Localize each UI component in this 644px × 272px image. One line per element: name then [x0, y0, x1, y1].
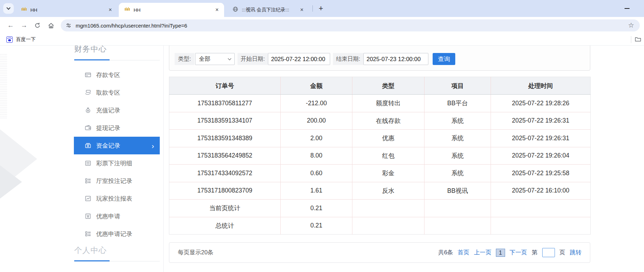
table-cell: 2025-07-22 19:26:04 [491, 147, 591, 165]
sidebar-item[interactable]: 彩票下注明细 [74, 154, 160, 172]
table-cell [425, 217, 491, 235]
bookmark-star-icon[interactable]: ☆ [628, 21, 634, 29]
jump-label-prefix: 第 [532, 249, 538, 256]
tab-search-button[interactable] [3, 3, 14, 14]
bookmarks-divider [631, 36, 631, 43]
browser-tab-2-active[interactable]: HH × [119, 3, 224, 17]
other-bookmarks-folder-icon[interactable] [635, 36, 641, 42]
sidebar-item[interactable]: 优惠申请 [74, 207, 160, 225]
type-select-value: 全部 [199, 55, 210, 63]
jump-button[interactable]: 跳转 [570, 249, 581, 256]
filter-row: 类型: 全部 开始日期: 结束日期: 查询 [175, 53, 455, 65]
table-cell [491, 200, 591, 217]
bookmark-baidu[interactable]: 百度一下 [4, 35, 39, 44]
column-header: 订单号 [169, 77, 281, 95]
jump-page-input[interactable] [542, 248, 555, 257]
sidebar-item[interactable]: 存款专区 [74, 66, 160, 84]
table-cell: 彩金 [352, 165, 425, 182]
sidebar-item-label: 优惠申请记录 [96, 230, 132, 238]
table-cell: 反水 [352, 182, 425, 200]
table-row: 17531835913483892.00优惠系统2025-07-22 19:26… [169, 130, 591, 147]
sidebar-item-label: 玩家投注报表 [96, 195, 132, 203]
back-button[interactable]: ← [5, 20, 16, 31]
reload-button[interactable] [32, 20, 43, 31]
section-accent-bar [74, 59, 110, 60]
table-cell [352, 217, 425, 235]
site-info-icon[interactable] [66, 23, 71, 28]
table-row: 17531743340925720.60彩金系统2025-07-22 19:25… [169, 165, 591, 182]
table-cell: 红包 [352, 147, 425, 165]
current-page-indicator[interactable]: 1 [496, 249, 505, 257]
sidebar-item[interactable]: 优惠申请记录 [74, 225, 160, 243]
grid-list-icon [85, 178, 91, 184]
table-row: 1753183591334107200.00在线存款系统2025-07-22 1… [169, 112, 591, 130]
tab-divider [312, 5, 313, 12]
end-date-input[interactable] [363, 53, 428, 65]
sidebar-item-label: 提现记录 [96, 124, 120, 132]
tab-title: HH [30, 7, 107, 13]
table-row: 当前页统计0.21 [169, 200, 591, 217]
first-page-link[interactable]: 首页 [458, 249, 469, 256]
chevron-right-icon: › [152, 142, 154, 149]
chevron-down-icon [6, 6, 10, 10]
sidebar-item[interactable]: 提现记录 [74, 119, 160, 137]
table-cell [491, 217, 591, 235]
sidebar-divider [163, 46, 164, 272]
tab-strip: HH × HH × :::视讯 会员下注纪录::: × + [0, 0, 644, 17]
browser-tab-3[interactable]: :::视讯 会员下注纪录::: × [227, 3, 309, 17]
address-bar[interactable]: mgm1065.com/hhcp/usercenter.html?iniType… [61, 19, 640, 31]
table-cell: 2025-07-22 19:25:58 [491, 165, 591, 182]
close-tab-icon[interactable]: × [213, 6, 221, 13]
table-cell: 2.00 [281, 130, 352, 147]
globe-favicon [233, 6, 238, 13]
column-header: 金额 [281, 77, 352, 95]
sidebar-item-label: 厅室投注记录 [96, 177, 132, 185]
end-date-label: 结束日期: [333, 53, 363, 65]
home-button[interactable] [45, 20, 57, 31]
start-date-label: 开始日期: [238, 53, 268, 65]
table-header-row: 订单号金额类型项目处理时间 [169, 77, 591, 95]
sidebar-item[interactable]: 充值记录 [74, 101, 160, 119]
type-select[interactable]: 全部 [195, 53, 235, 65]
close-tab-icon[interactable]: × [107, 6, 114, 13]
section-accent-bar [74, 260, 110, 261]
table-cell: 当前页统计 [169, 200, 281, 217]
chevron-down-icon [228, 57, 232, 60]
table-row: 17531835642498528.00红包系统2025-07-22 19:26… [169, 147, 591, 165]
sidebar-item[interactable]: 玩家投注报表 [74, 190, 160, 207]
table-cell: 2025-07-22 19:26:31 [491, 130, 591, 147]
column-header: 项目 [425, 77, 491, 95]
browser-tab-1[interactable]: HH × [16, 3, 117, 17]
personal-section-header: 个人中心 [74, 245, 107, 256]
browser-toolbar: ← → mgm1065.com/hhcp/usercenter.html?ini… [0, 17, 644, 34]
sidebar-item[interactable]: 取款专区 [74, 84, 160, 101]
next-page-link[interactable]: 下一页 [510, 249, 527, 256]
table-cell: 1753171800823709 [169, 182, 281, 200]
sidebar-item-label: 资金记录 [96, 142, 120, 150]
sidebar-item[interactable]: 资金记录 › [74, 137, 160, 154]
sidebar-menu: 存款专区 取款专区 充值记录 提现记录 资金记录 › 彩票下注明细 [74, 66, 160, 243]
minimize-window-button[interactable] [621, 3, 633, 14]
baidu-favicon [6, 36, 13, 43]
total-count: 共6条 [438, 249, 453, 256]
table-cell: 优惠 [352, 130, 425, 147]
close-tab-icon[interactable]: × [298, 6, 305, 13]
records-table-body: 1753183705811277-212.00额度转出BB平台2025-07-2… [169, 95, 591, 235]
tab-title: :::视讯 会员下注纪录::: [242, 7, 298, 13]
minimize-icon [625, 8, 630, 9]
table-cell: 系统 [425, 112, 491, 130]
prev-page-link[interactable]: 上一页 [474, 249, 492, 256]
sidebar-item[interactable]: 厅室投注记录 [74, 172, 160, 190]
column-header: 类型 [352, 77, 425, 95]
sidebar-item-label: 取款专区 [96, 89, 120, 97]
table-cell: 系统 [425, 130, 491, 147]
table-cell: BB视讯 [425, 182, 491, 200]
funds-icon [85, 142, 91, 149]
bookmarks-bar: 百度一下 [0, 34, 644, 46]
new-tab-button[interactable]: + [316, 3, 326, 14]
table-cell: 1753183564249852 [169, 147, 281, 165]
table-cell: 1753174334092572 [169, 165, 281, 182]
forward-button[interactable]: → [18, 20, 30, 31]
search-button[interactable]: 查询 [433, 53, 455, 65]
start-date-input[interactable] [268, 53, 330, 65]
